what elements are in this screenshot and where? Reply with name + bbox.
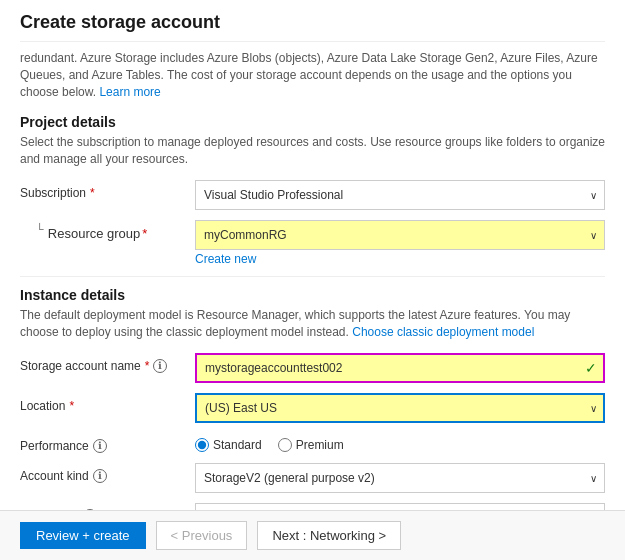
account-kind-info-icon[interactable]: ℹ <box>93 469 107 483</box>
performance-premium-label: Premium <box>296 438 344 452</box>
performance-radio-group: Standard Premium <box>195 433 605 452</box>
subscription-control: Visual Studio Professional ∨ <box>195 180 605 210</box>
subscription-required: * <box>90 186 95 200</box>
storage-account-name-label: Storage account name * ℹ <box>20 353 195 373</box>
storage-account-name-control: ✓ <box>195 353 605 383</box>
page-title: Create storage account <box>20 12 605 33</box>
account-kind-select-wrapper: StorageV2 (general purpose v2) ∨ <box>195 463 605 493</box>
project-details-section: Project details Select the subscription … <box>20 114 605 266</box>
location-label: Location * <box>20 393 195 413</box>
performance-standard-label: Standard <box>213 438 262 452</box>
instance-details-title: Instance details <box>20 287 605 303</box>
next-button[interactable]: Next : Networking > <box>257 521 401 550</box>
choose-model-link[interactable]: Choose classic deployment model <box>352 325 534 339</box>
performance-control: Standard Premium <box>195 433 605 452</box>
performance-premium-radio[interactable] <box>278 438 292 452</box>
storage-account-name-row: Storage account name * ℹ ✓ <box>20 353 605 383</box>
storage-account-name-input[interactable] <box>195 353 605 383</box>
performance-premium-option[interactable]: Premium <box>278 438 344 452</box>
resource-group-row: └ Resource group * myCommonRG ∨ Create n… <box>20 220 605 266</box>
performance-row: Performance ℹ Standard Premium <box>20 433 605 453</box>
location-select-wrapper: (US) East US ∨ <box>195 393 605 423</box>
l-bracket: └ <box>36 223 44 235</box>
performance-standard-option[interactable]: Standard <box>195 438 262 452</box>
footer-bar: Review + create < Previous Next : Networ… <box>0 510 625 560</box>
rg-control: myCommonRG ∨ Create new <box>195 220 605 266</box>
resource-group-indent: └ Resource group * <box>20 220 195 241</box>
location-row: Location * (US) East US ∨ <box>20 393 605 423</box>
resource-group-select[interactable]: myCommonRG <box>195 220 605 250</box>
project-details-desc: Select the subscription to manage deploy… <box>20 134 605 168</box>
instance-details-desc: The default deployment model is Resource… <box>20 307 605 341</box>
account-kind-row: Account kind ℹ StorageV2 (general purpos… <box>20 463 605 493</box>
review-create-button[interactable]: Review + create <box>20 522 146 549</box>
location-select[interactable]: (US) East US <box>195 393 605 423</box>
account-kind-select[interactable]: StorageV2 (general purpose v2) <box>195 463 605 493</box>
project-details-title: Project details <box>20 114 605 130</box>
previous-button[interactable]: < Previous <box>156 521 248 550</box>
learn-more-link[interactable]: Learn more <box>99 85 160 99</box>
resource-group-label-wrapper: └ Resource group * <box>20 226 195 241</box>
rg-select-wrapper: myCommonRG ∨ <box>195 220 605 250</box>
storage-name-info-icon[interactable]: ℹ <box>153 359 167 373</box>
subscription-select[interactable]: Visual Studio Professional <box>195 180 605 210</box>
performance-info-icon[interactable]: ℹ <box>93 439 107 453</box>
performance-standard-radio[interactable] <box>195 438 209 452</box>
resource-group-label: Resource group <box>48 226 141 241</box>
location-control: (US) East US ∨ <box>195 393 605 423</box>
subscription-select-wrapper: Visual Studio Professional ∨ <box>195 180 605 210</box>
rg-required: * <box>142 226 147 241</box>
storage-name-input-wrapper: ✓ <box>195 353 605 383</box>
subscription-label: Subscription * <box>20 180 195 200</box>
account-kind-label: Account kind ℹ <box>20 463 195 483</box>
subscription-row: Subscription * Visual Studio Professiona… <box>20 180 605 210</box>
performance-label: Performance ℹ <box>20 433 195 453</box>
create-new-link[interactable]: Create new <box>195 252 605 266</box>
intro-section: redundant. Azure Storage includes Azure … <box>20 41 605 100</box>
account-kind-control: StorageV2 (general purpose v2) ∨ <box>195 463 605 493</box>
